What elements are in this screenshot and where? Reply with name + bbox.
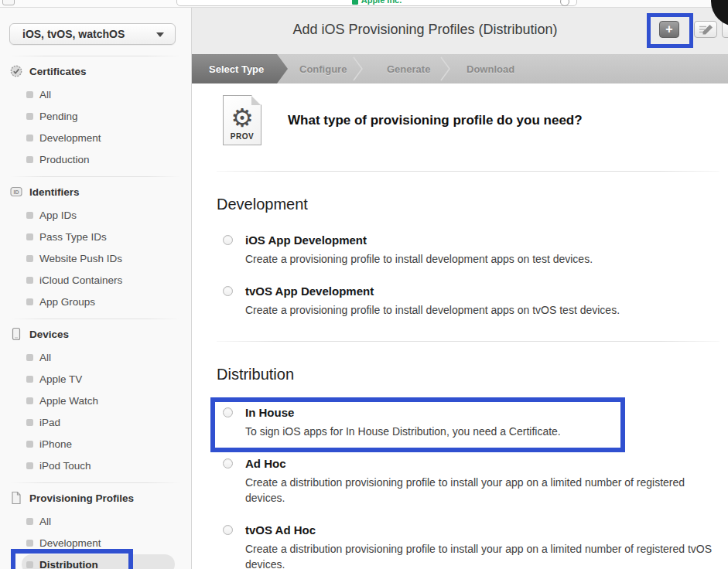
sidebar-header-label: Certificates <box>29 66 87 77</box>
sidebar-header-devices[interactable]: Devices <box>0 325 191 343</box>
radio-ios-app-development[interactable] <box>223 235 233 245</box>
bullet-icon <box>26 561 33 568</box>
certificate-seal-icon <box>9 64 23 78</box>
option-in-house[interactable]: In House To sign iOS apps for In House D… <box>217 406 719 439</box>
sidebar-item-iphone[interactable]: iPhone <box>0 433 191 455</box>
edit-button[interactable] <box>694 21 717 38</box>
sidebar-header-label: Identifiers <box>29 186 80 198</box>
sidebar: iOS, tvOS, watchOS Certificates All Pend… <box>0 8 192 569</box>
sidebar-item-devices-all[interactable]: All <box>0 346 191 368</box>
option-ios-app-development[interactable]: iOS App Development Create a provisionin… <box>217 233 719 267</box>
option-ad-hoc[interactable]: Ad Hoc Create a distribution provisionin… <box>217 457 719 506</box>
option-description: Create a distribution provisioning profi… <box>245 475 719 506</box>
option-description: To sign iOS apps for In House Distributi… <box>245 424 561 439</box>
bullet-icon <box>26 540 33 547</box>
address-bar[interactable]: Apple Inc. <box>176 0 577 6</box>
sidebar-item-profiles-development[interactable]: Development <box>0 532 191 554</box>
sidebar-header-identifiers[interactable]: ID Identifiers <box>0 182 191 201</box>
bullet-icon <box>26 113 33 120</box>
sidebar-item-ipod-touch[interactable]: iPod Touch <box>0 455 191 476</box>
option-title: Ad Hoc <box>245 457 719 471</box>
bullet-icon <box>26 135 33 141</box>
bullet-icon <box>26 277 33 284</box>
sidebar-item-icloud-containers[interactable]: iCloud Containers <box>0 269 191 291</box>
sidebar-header-label: Provisioning Profiles <box>29 492 134 504</box>
sidebar-item-ipad[interactable]: iPad <box>0 411 191 433</box>
sidebar-item-app-groups[interactable]: App Groups <box>0 291 191 312</box>
option-title: tvOS Ad Hoc <box>245 523 719 537</box>
sidebar-divider <box>11 176 180 177</box>
document-icon <box>9 491 23 505</box>
sidebar-item-profiles-all[interactable]: All <box>0 510 191 532</box>
bullet-icon <box>26 354 33 361</box>
bullet-icon <box>26 298 33 305</box>
bullet-icon <box>26 91 33 98</box>
site-label: Apple Inc. <box>361 0 402 5</box>
content-divider <box>217 171 719 172</box>
platform-selector-dropdown[interactable]: iOS, tvOS, watchOS <box>9 23 176 45</box>
sidebar-item-website-push-ids[interactable]: Website Push IDs <box>0 247 191 269</box>
sidebar-item-app-ids[interactable]: App IDs <box>0 204 191 226</box>
gear-icon: ⚙ <box>231 105 254 131</box>
question-heading: What type of provisioning profile do you… <box>288 113 583 128</box>
radio-ad-hoc[interactable] <box>223 458 233 468</box>
sidebar-section-devices: Devices All Apple TV Apple Watch iPad iP… <box>0 325 191 476</box>
group-heading-distribution: Distribution <box>217 366 719 383</box>
option-title: tvOS App Development <box>245 284 620 298</box>
radio-tvos-app-development[interactable] <box>223 286 233 296</box>
option-tvos-ad-hoc[interactable]: tvOS Ad Hoc Create a distribution provis… <box>217 523 719 569</box>
sidebar-item-profiles-distribution[interactable]: Distribution <box>22 554 175 569</box>
add-profile-button[interactable]: + <box>659 21 679 38</box>
chevron-separator-icon <box>352 56 364 81</box>
page-header: Add iOS Provisioning Profiles (Distribut… <box>192 8 728 54</box>
wizard-breadcrumb: Select Type Configure Generate Download <box>192 54 728 83</box>
sidebar-header-provisioning-profiles[interactable]: Provisioning Profiles <box>0 489 191 507</box>
main-panel: Add iOS Provisioning Profiles (Distribut… <box>192 8 728 569</box>
page-title: Add iOS Provisioning Profiles (Distribut… <box>192 22 658 38</box>
sidebar-item-pass-type-ids[interactable]: Pass Type IDs <box>0 226 191 247</box>
browser-toolbar-icon[interactable] <box>2 0 15 5</box>
group-heading-development: Development <box>217 196 719 213</box>
sidebar-item-certificates-production[interactable]: Production <box>0 148 191 170</box>
bullet-icon <box>26 233 33 240</box>
radio-in-house[interactable] <box>223 407 233 417</box>
sidebar-header-certificates[interactable]: Certificates <box>0 62 191 80</box>
platform-selector-value: iOS, tvOS, watchOS <box>22 28 125 40</box>
browser-toolbar-strip: Apple Inc. <box>0 0 728 8</box>
bullet-icon <box>26 255 33 262</box>
bullet-icon <box>26 462 33 469</box>
wizard-step-configure: Configure <box>299 63 347 75</box>
bullet-icon <box>26 518 33 525</box>
option-description: Create a distribution provisioning profi… <box>245 541 719 569</box>
site-identity-badge: Apple Inc. <box>177 0 576 5</box>
sidebar-divider <box>11 319 180 319</box>
option-title: In House <box>245 406 561 420</box>
radio-tvos-ad-hoc[interactable] <box>223 525 233 535</box>
wizard-step-select-type: Select Type <box>192 54 288 83</box>
sidebar-divider <box>11 482 180 483</box>
mobile-device-icon <box>9 327 23 341</box>
bullet-icon <box>26 156 33 163</box>
pencil-compose-icon <box>698 24 713 35</box>
sidebar-section-identifiers: ID Identifiers App IDs Pass Type IDs Web… <box>0 182 191 312</box>
lock-icon <box>352 0 358 5</box>
sidebar-divider <box>11 56 180 56</box>
sidebar-item-certificates-development[interactable]: Development <box>0 127 191 148</box>
bullet-icon <box>26 212 33 219</box>
bullet-icon <box>26 397 33 404</box>
reload-icon[interactable] <box>560 0 569 6</box>
option-description: Create a provisioning profile to install… <box>245 302 620 318</box>
wizard-content: ⚙ PROV What type of provisioning profile… <box>192 83 728 569</box>
sidebar-item-apple-tv[interactable]: Apple TV <box>0 368 191 390</box>
svg-text:ID: ID <box>14 189 19 195</box>
bullet-icon <box>26 376 33 383</box>
sidebar-item-certificates-pending[interactable]: Pending <box>0 105 191 127</box>
option-description: Create a provisioning profile to install… <box>245 251 593 267</box>
option-tvos-app-development[interactable]: tvOS App Development Create a provisioni… <box>217 284 719 318</box>
sidebar-item-apple-watch[interactable]: Apple Watch <box>0 390 191 411</box>
chevron-separator-icon <box>439 56 452 81</box>
sidebar-section-certificates: Certificates All Pending Development Pro… <box>0 62 191 170</box>
sidebar-item-certificates-all[interactable]: All <box>0 83 191 105</box>
content-divider <box>217 341 719 342</box>
wizard-step-download: Download <box>467 63 514 75</box>
